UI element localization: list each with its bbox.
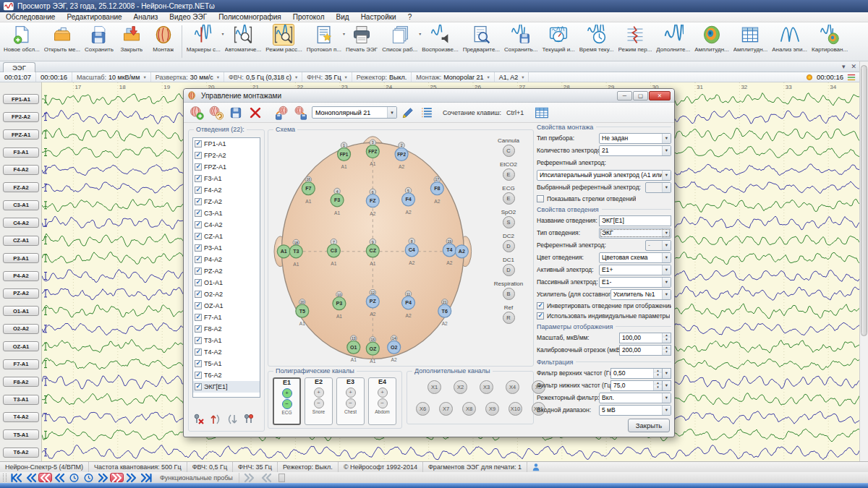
close-button[interactable]: Закрыть: [628, 419, 670, 432]
lead-checkbox[interactable]: [195, 291, 202, 298]
toolbar-current-index-button[interactable]: Текущий и...: [540, 23, 576, 54]
poly-channel-E4[interactable]: E4+−Abdom: [368, 377, 396, 425]
toolbar-print-button[interactable]: Печать ЭЭГ: [344, 23, 380, 54]
list-lines-button[interactable]: [419, 104, 436, 121]
lead-checkbox[interactable]: [195, 175, 202, 182]
param-field-6[interactable]: Монтаж:Monopolar 21▾: [412, 72, 494, 82]
lead-item[interactable]: T4-A2: [193, 346, 260, 358]
playbar-grip[interactable]: [3, 474, 7, 481]
playback-clock-forward-button[interactable]: [81, 473, 95, 483]
toolbar-new-exam-button[interactable]: Новое обсл...: [1, 23, 42, 54]
aux-electrode-DC2[interactable]: DC2D: [485, 233, 532, 257]
channel-label-O2-A2[interactable]: O2-A2: [3, 324, 39, 334]
extra-channel-X9[interactable]: X9: [485, 402, 499, 416]
lead-item[interactable]: T5-A1: [193, 358, 260, 369]
lead-item[interactable]: CZ-A1: [193, 231, 260, 242]
toolbar-extra-wave-button[interactable]: Дополните...: [654, 23, 692, 54]
toolbar-worklist-button[interactable]: ▾Список раб...: [380, 23, 420, 54]
new-montage-button[interactable]: [188, 104, 205, 121]
channel-label-T3-A1[interactable]: T3-A1: [3, 395, 39, 405]
field-checkbox[interactable]: [537, 312, 544, 320]
lead-item[interactable]: F7-A1: [193, 312, 260, 323]
lead-checkbox[interactable]: [195, 233, 202, 240]
toolbar-playback-button[interactable]: Воспроизве...: [420, 23, 460, 54]
lead-checkbox[interactable]: [195, 256, 202, 263]
field-checkbox[interactable]: [537, 195, 544, 202]
toolbar-open-exam-button[interactable]: Открыть ме...: [42, 23, 82, 54]
channel-label-F3-A1[interactable]: F3-A1: [3, 147, 39, 158]
table-grid-button[interactable]: [533, 104, 550, 121]
dialog-minimize-button[interactable]: ─: [617, 91, 632, 100]
lead-item[interactable]: FZ-A2: [193, 196, 260, 207]
lead-item[interactable]: F8-A2: [193, 323, 260, 335]
field-spinner[interactable]: 100,00▲▼: [619, 333, 671, 343]
menu-item-9[interactable]: ?: [402, 12, 418, 22]
menu-item-7[interactable]: Вид: [331, 12, 355, 22]
toolbar-protocol-button[interactable]: ▾Протокол п...: [305, 23, 344, 54]
field-combo[interactable]: Вкл.▾: [599, 393, 671, 403]
lead-checkbox[interactable]: [195, 221, 202, 228]
field-combo[interactable]: Не задан▾: [599, 133, 671, 144]
menu-item-3[interactable]: Анализ: [128, 12, 164, 22]
playback-forward-button[interactable]: [95, 473, 110, 483]
field-combo[interactable]: Ипсилатеральный ушной электрод (A1 или A…: [537, 170, 671, 181]
playback-forward-button[interactable]: [124, 473, 138, 483]
menu-item-1[interactable]: Обследование: [0, 12, 61, 22]
field-combo[interactable]: 21▾: [599, 145, 671, 156]
spinner-dropdown[interactable]: ▾: [663, 380, 671, 391]
channel-label-OZ-A1[interactable]: OZ-A1: [3, 341, 39, 351]
move-up-button[interactable]: [210, 414, 221, 425]
lead-checkbox[interactable]: [195, 383, 202, 390]
extra-channel-X10[interactable]: X10: [509, 402, 522, 416]
menu-item-5[interactable]: Полисомнография: [213, 12, 287, 22]
lead-checkbox[interactable]: [195, 244, 202, 252]
aux-electrode-EtCO2[interactable]: EtCO2E: [485, 161, 532, 185]
lead-checkbox[interactable]: [195, 325, 202, 333]
aux-electrode-Respiration[interactable]: RespirationB: [485, 281, 532, 304]
channel-label-C4-A2[interactable]: C4-A2: [3, 218, 39, 228]
channel-label-P4-A2[interactable]: P4-A2: [3, 271, 39, 281]
toolbar-auto-analysis-button[interactable]: Автоматиче...: [223, 23, 264, 54]
toolbar-markers-button[interactable]: ▾Маркеры с...: [184, 23, 223, 54]
channel-label-T4-A2[interactable]: T4-A2: [3, 412, 39, 422]
playback-skip-start-button[interactable]: [9, 473, 24, 483]
extra-channel-X7[interactable]: X7: [439, 402, 453, 416]
lead-item[interactable]: T3-A1: [193, 335, 260, 346]
toolbar-review-mode-button[interactable]: Режим расс...: [263, 23, 304, 54]
lead-checkbox[interactable]: [195, 187, 202, 194]
channel-label-F8-A2[interactable]: F8-A2: [3, 377, 39, 387]
param-field-2[interactable]: Развертка:30 мм/с▾: [151, 72, 224, 82]
toolbar-save-fragment-button[interactable]: Сохранить...: [502, 23, 540, 54]
channel-label-FP1-A1[interactable]: FP1-A1: [3, 94, 39, 104]
channel-label-PZ-A2[interactable]: PZ-A2: [3, 288, 39, 299]
lead-item[interactable]: T6-A2: [193, 369, 260, 381]
channel-label-T6-A2[interactable]: T6-A2: [3, 448, 39, 458]
extra-channel-X6[interactable]: X6: [416, 402, 430, 416]
field-combo[interactable]: ЭКГ▾: [599, 228, 671, 239]
playback-skip-end-button[interactable]: [138, 473, 153, 483]
leads-list[interactable]: FP1-A1FP2-A2FPZ-A1F3-A1F4-A2FZ-A2C3-A1C4…: [192, 137, 260, 398]
lead-checkbox[interactable]: [195, 279, 202, 286]
field-combo[interactable]: E1+▾: [599, 265, 671, 275]
toolbar-amplitude-map-button[interactable]: Амплитудн...: [692, 23, 731, 54]
delete-montage-button[interactable]: [247, 104, 264, 121]
lead-item[interactable]: C3-A1: [193, 207, 260, 219]
lead-checkbox[interactable]: [195, 348, 202, 356]
spinner-dropdown[interactable]: ▾: [663, 368, 671, 379]
channel-label-C3-A1[interactable]: C3-A1: [3, 200, 39, 210]
lead-item[interactable]: F4-A2: [193, 184, 260, 196]
field-combo[interactable]: Цветовая схема▾: [599, 252, 671, 263]
lead-item[interactable]: ЭКГ[E1]: [193, 381, 260, 393]
lead-item[interactable]: FP1-A1: [193, 138, 260, 150]
lead-checkbox[interactable]: [195, 210, 202, 217]
dialog-restore-button[interactable]: ▢: [633, 91, 648, 100]
user-icon[interactable]: [532, 463, 540, 471]
param-field-5[interactable]: Режектор:Выкл.: [352, 72, 412, 82]
playback-forward-page-button[interactable]: [110, 473, 124, 482]
lead-item[interactable]: P3-A1: [193, 242, 260, 254]
aux-electrode-SpO2[interactable]: SpO2S: [485, 209, 532, 233]
lead-item[interactable]: C4-A2: [193, 219, 260, 231]
lead-item[interactable]: FPZ-A1: [193, 161, 260, 173]
channel-label-CZ-A1[interactable]: CZ-A1: [3, 236, 39, 246]
extra-channel-X1[interactable]: X1: [427, 380, 441, 394]
